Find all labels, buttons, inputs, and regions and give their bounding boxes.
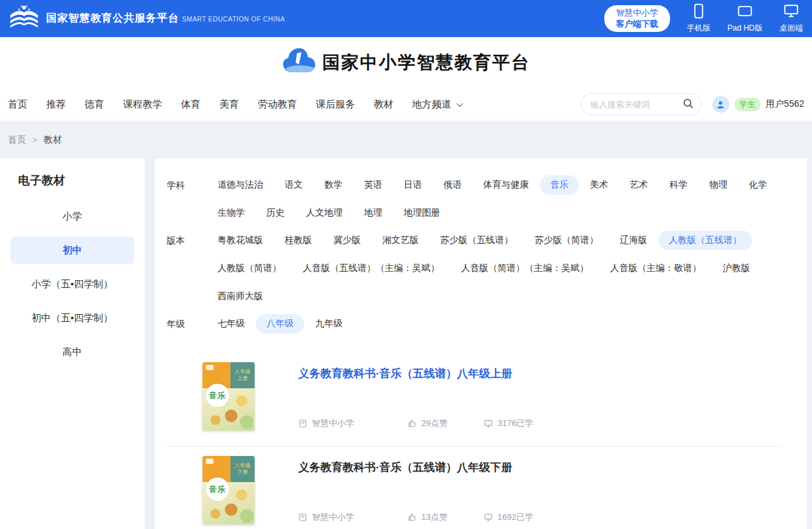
book-meta: 智慧中小学 29点赞 3176已学: [298, 418, 781, 429]
pad-hd-version-link[interactable]: Pad HD版: [727, 3, 763, 34]
subject-filter-pill[interactable]: 历史: [256, 203, 295, 223]
sidebar-item[interactable]: 初中: [10, 236, 134, 264]
book-publisher-label: 智慧中小学: [312, 418, 354, 429]
user-avatar[interactable]: [712, 96, 729, 113]
nav-item[interactable]: 教材: [374, 98, 393, 111]
nav-item[interactable]: 地方频道: [412, 98, 461, 111]
edition-filter-pill[interactable]: 辽海版: [609, 231, 658, 250]
edition-filter-pill[interactable]: 苏少版（五线谱）: [430, 231, 524, 250]
brand-title: 国家智慧教育公共服务平台: [46, 12, 179, 23]
user-area[interactable]: 学生 用户5562: [712, 96, 804, 113]
edition-filter-pill[interactable]: 苏少版（简谱）: [524, 231, 609, 250]
edition-filter-pill[interactable]: 人音版（简谱）（主编：吴斌）: [451, 259, 599, 278]
cover-grade-block: 八年级 上册: [231, 362, 255, 388]
subject-filter-pill[interactable]: 日语: [393, 175, 432, 195]
nav-item[interactable]: 课程教学: [123, 98, 162, 111]
grade-filter-pill[interactable]: 八年级: [256, 314, 304, 334]
book-likes[interactable]: 13点赞: [408, 511, 484, 523]
book-learned: 1692已学: [484, 511, 533, 523]
sidebar-item[interactable]: 初中（五•四学制）: [10, 304, 134, 332]
platform-brand[interactable]: 国家智慧教育公共服务平台 SMART EDUCATION OF CHINA: [8, 4, 285, 34]
site-logo[interactable]: 国家中小学智慧教育平台: [282, 46, 530, 79]
book-card[interactable]: 八年级 下册 音乐 义务教育教科书·音乐（五线谱）八年级下册: [167, 446, 781, 529]
sidebar-item[interactable]: 小学（五•四学制）: [10, 270, 134, 298]
subject-filter-pill[interactable]: 物理: [699, 175, 738, 195]
book-card[interactable]: 八年级 上册 音乐 义务教育教科书·音乐（五线谱）八年级上册: [167, 353, 781, 446]
subject-pill-label: 地理图册: [404, 207, 440, 218]
edition-filter-pill[interactable]: 人音版（五线谱）（主编：吴斌）: [292, 259, 450, 278]
nav-item[interactable]: 推荐: [46, 98, 66, 111]
book-title[interactable]: 义务教育教科书·音乐（五线谱）八年级下册: [298, 460, 781, 475]
subject-filter-pill[interactable]: 体育与健康: [473, 175, 539, 195]
nav-item[interactable]: 德育: [85, 98, 104, 111]
search-box[interactable]: [581, 93, 702, 115]
edition-filter-pill[interactable]: 桂教版: [274, 231, 322, 250]
nav-item[interactable]: 首页: [8, 98, 27, 111]
nav-item[interactable]: 课后服务: [316, 98, 355, 111]
subject-filter-pill[interactable]: 人文地理: [296, 203, 353, 223]
book-cover[interactable]: 八年级 下册 音乐: [203, 456, 255, 524]
grade-pill-label: 七年级: [217, 318, 245, 328]
edition-filter-pill[interactable]: 沪教版: [712, 259, 761, 278]
edition-filter-pill[interactable]: 粤教花城版: [207, 231, 273, 250]
subject-filter-pill[interactable]: 道德与法治: [207, 175, 273, 195]
nav-item[interactable]: 美育: [219, 98, 239, 111]
edition-filter-pill[interactable]: 人教版（简谱）: [207, 259, 292, 278]
edition-filter-pill[interactable]: 湘文艺版: [372, 231, 429, 250]
edition-filter-pill[interactable]: 冀少版: [323, 231, 371, 250]
subject-filter-pill[interactable]: 地理图册: [393, 203, 451, 223]
subject-filter-pill[interactable]: 英语: [354, 175, 393, 195]
book-title[interactable]: 义务教育教科书·音乐（五线谱）八年级上册: [298, 366, 781, 381]
grade-filter-pill[interactable]: 七年级: [207, 314, 255, 334]
subject-pill-label: 科学: [669, 179, 688, 190]
edition-filter-pill[interactable]: 人音版（主编：敬谱）: [600, 259, 712, 278]
subject-filter-pill[interactable]: 科学: [659, 175, 698, 195]
subject-pill-label: 化学: [749, 179, 767, 190]
search-input[interactable]: [591, 100, 682, 109]
nav-item[interactable]: 体育: [181, 98, 201, 111]
nav-items: 首页 推荐 德育 课程教学 体育 美育 劳动教育 课后服务: [8, 98, 461, 111]
subject-filter-pill[interactable]: 数学: [314, 175, 353, 195]
nav-item-label: 德育: [85, 98, 104, 111]
subject-filter-pill[interactable]: 美术: [580, 175, 619, 195]
subject-filter-pill[interactable]: 语文: [274, 175, 313, 195]
open-book-logo-icon: [8, 4, 40, 34]
search-icon[interactable]: [682, 98, 693, 111]
desktop-version-link[interactable]: 桌面端: [779, 3, 803, 34]
book-likes[interactable]: 29点赞: [408, 418, 484, 429]
breadcrumb-home[interactable]: 首页: [8, 134, 26, 146]
subject-filter-pill[interactable]: 地理: [354, 203, 393, 223]
subject-filter-pill[interactable]: 音乐: [540, 175, 579, 195]
book-likes-label: 29点赞: [421, 418, 447, 429]
textbook-icon: [298, 513, 307, 522]
sidebar-item[interactable]: 小学: [10, 203, 134, 230]
breadcrumb-separator: >: [33, 136, 37, 145]
nav-item[interactable]: 劳动教育: [258, 98, 297, 111]
sidebar-item[interactable]: 高中: [10, 338, 134, 365]
book-list: 八年级 上册 音乐 义务教育教科书·音乐（五线谱）八年级上册: [167, 353, 781, 529]
subject-pill-label: 日语: [404, 179, 422, 190]
subject-pill-label: 美术: [590, 179, 608, 190]
client-download-line2: 客户端下载: [616, 19, 658, 29]
book-publisher: 智慧中小学: [298, 511, 408, 523]
grade-filter-row: 年级 七年级八年级九年级: [167, 314, 781, 334]
subject-filter-pill[interactable]: 生物学: [207, 203, 255, 223]
edition-pill-label: 人音版（五线谱）（主编：吴斌）: [303, 263, 440, 273]
edition-pill-label: 人教版（简谱）: [217, 263, 281, 273]
edition-filter-pill[interactable]: 西南师大版: [207, 287, 273, 306]
client-download-button[interactable]: 智慧中小学 客户端下载: [604, 5, 670, 32]
book-cover[interactable]: 八年级 上册 音乐: [203, 362, 255, 431]
user-name[interactable]: 用户5562: [766, 98, 804, 110]
edition-pill-label: 桂教版: [285, 235, 312, 245]
main-panel: 学科 道德与法治语文数学英语日语俄语体育与健康音乐美术艺术科学物理化学生物学历史…: [155, 158, 807, 529]
grade-filter-label: 年级: [167, 314, 207, 334]
edition-pills: 粤教花城版桂教版冀少版湘文艺版苏少版（五线谱）苏少版（简谱）辽海版人教版（五线谱…: [207, 231, 781, 306]
edition-pill-label: 湘文艺版: [382, 235, 419, 245]
edition-pill-label: 人教版（五线谱）: [669, 235, 742, 245]
edition-filter-pill[interactable]: 人教版（五线谱）: [658, 231, 752, 250]
mobile-version-link[interactable]: 手机版: [687, 3, 710, 34]
grade-filter-pill[interactable]: 九年级: [305, 314, 353, 334]
subject-filter-pill[interactable]: 俄语: [433, 175, 472, 195]
subject-filter-pill[interactable]: 化学: [738, 175, 777, 195]
subject-filter-pill[interactable]: 艺术: [619, 175, 658, 195]
